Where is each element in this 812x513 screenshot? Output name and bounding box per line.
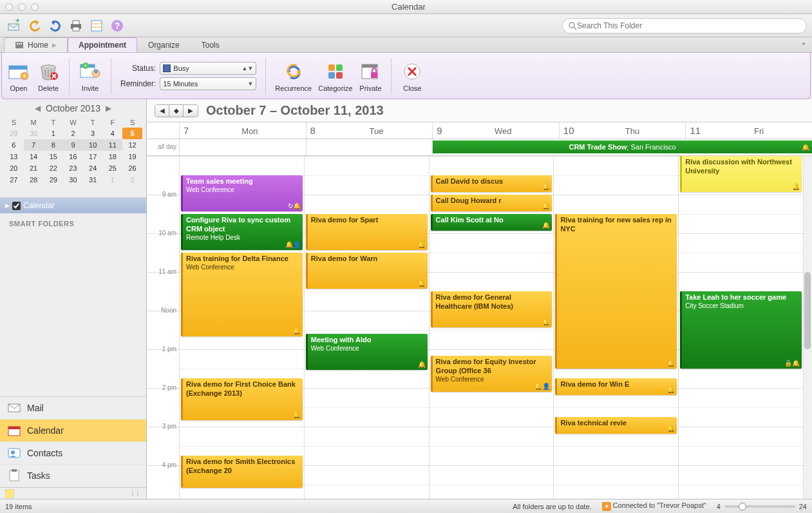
mini-cal-day[interactable]: 2	[122, 174, 142, 186]
mini-cal-day[interactable]: 15	[43, 151, 63, 162]
mini-cal-day[interactable]: 13	[4, 151, 24, 162]
mini-cal-day[interactable]: 7	[24, 139, 44, 151]
mini-cal-day[interactable]: 30	[24, 128, 44, 139]
calendar-event[interactable]: Call Kim Scott at No🔔	[431, 214, 552, 231]
mini-cal-day[interactable]: 1	[103, 174, 123, 186]
calendar-event[interactable]: Riva demo for Smith Electronics (Exchang…	[181, 456, 303, 488]
mini-cal-day[interactable]: 20	[4, 162, 24, 174]
send-receive-button[interactable]	[5, 17, 23, 35]
calendar-event[interactable]: Configure Riva to sync custom CRM object…	[181, 214, 303, 250]
tab-tools[interactable]: Tools	[191, 37, 231, 52]
nav-mail[interactable]: Mail	[0, 397, 146, 420]
mini-cal-day[interactable]: 30	[63, 174, 83, 186]
mini-cal-day[interactable]: 31	[83, 174, 103, 186]
mini-cal-day[interactable]: 1	[43, 128, 63, 139]
zoom-slider[interactable]	[724, 505, 795, 508]
calendar-grid-scroll[interactable]: 9 am10 am11 amNoon1 pm2 pm3 pm4 pmTeam s…	[147, 156, 812, 499]
search-input[interactable]	[577, 21, 801, 30]
mini-cal-day[interactable]: 26	[122, 162, 142, 174]
mini-cal-day[interactable]: 21	[24, 162, 44, 174]
calendar-checkbox[interactable]	[12, 202, 21, 210]
mini-cal-day[interactable]: 24	[83, 162, 103, 174]
allday-event[interactable]: CRM Trade Show; San Francisco 🔔	[433, 140, 812, 153]
tab-appointment[interactable]: Appointment	[68, 37, 137, 52]
scrollbar-thumb[interactable]	[804, 272, 811, 349]
undo-button[interactable]	[26, 17, 44, 35]
calendar-event[interactable]: Team sales meetingWeb Conference↻🔔	[181, 175, 303, 211]
cal-prev-button[interactable]: ◀	[155, 105, 169, 117]
calendar-event[interactable]: Riva demo for General Healthcare (IBM No…	[431, 291, 552, 327]
mini-cal-day[interactable]: 23	[63, 162, 83, 174]
redo-button[interactable]	[46, 17, 64, 35]
delete-button[interactable]: Delete	[37, 60, 60, 92]
calendar-event[interactable]: Riva demo for Equity Investor Group (Off…	[431, 356, 552, 392]
calendar-event[interactable]: Riva discussion with Northwest Universit…	[680, 156, 802, 192]
nav-contacts[interactable]: Contacts	[0, 442, 146, 465]
close-button[interactable]: Close	[401, 60, 424, 92]
mini-cal-day[interactable]: 11	[103, 139, 123, 151]
status-dropdown[interactable]: Busy▲▼	[160, 62, 256, 75]
mini-cal-day[interactable]: 10	[83, 139, 103, 151]
reminder-dropdown[interactable]: 15 Minutes▼	[160, 77, 256, 90]
calendar-event[interactable]: Take Leah to her soccer gameCity Soccer …	[680, 291, 802, 369]
vertical-scrollbar[interactable]	[803, 156, 812, 499]
sidebar-resize-handle[interactable]: ⫶⫶	[131, 489, 141, 498]
calendar-event[interactable]: Riva demo for Win E🔔	[555, 378, 677, 395]
zoom-control[interactable]: 4 24	[717, 503, 807, 510]
print-button[interactable]	[67, 17, 85, 35]
mini-cal-day[interactable]: 28	[24, 174, 44, 186]
mini-cal-day[interactable]: 27	[4, 174, 24, 186]
mini-cal-day[interactable]: 8	[43, 139, 63, 151]
minimize-window-button[interactable]	[18, 3, 26, 11]
calendar-event[interactable]: Call David to discus🔔	[431, 175, 552, 192]
cal-today-button[interactable]: ◆	[169, 105, 184, 117]
mini-cal-day[interactable]: 9	[63, 139, 83, 151]
mini-cal-day[interactable]: 16	[63, 151, 83, 162]
mini-cal-day[interactable]: 29	[43, 174, 63, 186]
day-column[interactable]: Riva training for new sales rep in NYC🔔R…	[553, 156, 678, 499]
nav-tasks[interactable]: Tasks	[0, 465, 146, 487]
mini-cal-prev[interactable]: ◀	[35, 104, 41, 113]
open-button[interactable]: Open	[7, 60, 30, 92]
calendar-event[interactable]: Riva demo for Warn🔔	[306, 253, 428, 289]
nav-calendar[interactable]: Calendar	[0, 420, 146, 442]
day-column[interactable]: Team sales meetingWeb Conference↻🔔Config…	[179, 156, 304, 499]
day-column[interactable]: Call David to discus🔔Call Doug Howard r🔔…	[429, 156, 554, 499]
mini-cal-day[interactable]: 5	[122, 128, 142, 139]
zoom-window-button[interactable]	[31, 3, 39, 11]
tab-organize[interactable]: Organize	[137, 37, 191, 52]
search-box[interactable]	[562, 18, 807, 34]
mini-cal-day[interactable]: 22	[43, 162, 63, 174]
calendar-event[interactable]: Riva training for Delta FinanceWeb Confe…	[181, 253, 303, 336]
mini-cal-day[interactable]: 17	[83, 151, 103, 162]
invite-button[interactable]: + Invite	[79, 60, 102, 92]
list-toggle-button[interactable]	[88, 17, 106, 35]
calendar-event[interactable]: Riva technical revie🔔	[555, 417, 677, 434]
calendar-event[interactable]: Meeting with AldoWeb Conference🔔	[306, 334, 428, 370]
categorize-button[interactable]: Categorize	[318, 60, 352, 92]
ribbon-collapse-button[interactable]: ⌃	[795, 39, 812, 52]
day-column[interactable]: Riva discussion with Northwest Universit…	[678, 156, 803, 499]
mini-cal-day[interactable]: 2	[63, 128, 83, 139]
mini-calendar[interactable]: SMTWTFS293012345678910111213141516171819…	[0, 117, 146, 186]
mini-cal-day[interactable]: 12	[122, 139, 142, 151]
mini-cal-day[interactable]: 4	[103, 128, 123, 139]
mini-cal-day[interactable]: 14	[24, 151, 44, 162]
tab-home[interactable]: Home ▶	[4, 37, 68, 52]
calendar-event[interactable]: Riva demo for First Choice Bank (Exchang…	[181, 378, 303, 420]
calendar-event[interactable]: Riva demo for Spart🔔	[306, 214, 428, 250]
private-button[interactable]: Private	[359, 60, 382, 92]
mini-cal-next[interactable]: ▶	[106, 104, 111, 113]
notes-icon[interactable]	[5, 489, 14, 498]
mini-cal-day[interactable]: 18	[103, 151, 123, 162]
cal-next-button[interactable]: ▶	[184, 105, 198, 117]
calendar-event[interactable]: Riva training for new sales rep in NYC🔔	[555, 214, 677, 369]
mini-cal-day[interactable]: 3	[83, 128, 103, 139]
help-button[interactable]: ?	[108, 17, 126, 35]
mini-cal-day[interactable]: 19	[122, 151, 142, 162]
day-column[interactable]: Riva demo for Spart🔔Riva demo for Warn🔔M…	[304, 156, 429, 499]
close-window-button[interactable]	[5, 3, 13, 11]
mini-cal-day[interactable]: 25	[103, 162, 123, 174]
recurrence-button[interactable]: Recurrence	[275, 60, 312, 92]
mini-cal-day[interactable]: 29	[4, 128, 24, 139]
